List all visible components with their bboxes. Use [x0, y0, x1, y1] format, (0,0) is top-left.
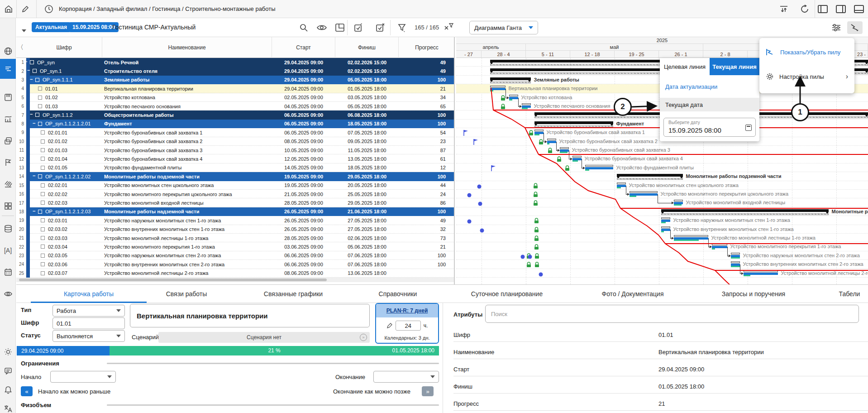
- gantt-summary-bar[interactable]: [490, 77, 530, 80]
- asap-button[interactable]: «: [21, 386, 33, 396]
- row-checkbox[interactable]: [41, 271, 45, 275]
- gantt-task-bar[interactable]: [585, 165, 613, 167]
- gantt-task-bar[interactable]: [547, 139, 556, 140]
- row-checkbox[interactable]: [41, 192, 45, 196]
- uncheck-all-icon[interactable]: [374, 22, 387, 34]
- row-checkbox[interactable]: [38, 174, 42, 178]
- tab-target-line[interactable]: Целевая линия: [660, 58, 710, 75]
- sidebar-calendar-icon[interactable]: [0, 265, 16, 279]
- table-row[interactable]: 2102.03.03Устройство монолитной лестницы…: [16, 234, 455, 242]
- row-checkbox[interactable]: [38, 210, 42, 214]
- collapse-minus[interactable]: −: [33, 208, 35, 214]
- attributes-search-input[interactable]: Поиск: [485, 305, 859, 323]
- table-row[interactable]: 401.01Вертикальная планировка территории…: [16, 84, 455, 93]
- sidebar-hatching-lines-icon[interactable]: [0, 178, 16, 191]
- sidebar-portfolios-icon[interactable]: [0, 134, 16, 148]
- table-row[interactable]: 2002.03.02Устройство внутренних монолитн…: [16, 225, 455, 234]
- table-row[interactable]: 902.01.01Устройство буронабивных свай за…: [16, 128, 455, 137]
- table-row[interactable]: 18−OP_syn.1.1.2.1.2.03Монолитные работы …: [16, 207, 455, 216]
- collapse-minus[interactable]: −: [33, 120, 35, 126]
- column-settings-icon[interactable]: [333, 22, 347, 34]
- collapse-minus[interactable]: −: [24, 59, 27, 64]
- gantt-settings-sliders-icon[interactable]: [829, 21, 844, 34]
- gantt-task-bar[interactable]: [490, 86, 505, 87]
- row-checkbox[interactable]: [38, 104, 42, 108]
- planr-badge-link[interactable]: PLAN-R: 7 дней: [386, 307, 428, 314]
- row-checkbox[interactable]: [41, 139, 45, 144]
- sidebar-notifications-bell-icon[interactable]: [0, 383, 16, 397]
- row-checkbox[interactable]: [35, 113, 39, 117]
- saw-line-icon[interactable]: [847, 21, 863, 34]
- bottom-tab-1[interactable]: Карточка работы: [39, 285, 138, 303]
- col-header-name[interactable]: Наименование: [102, 37, 272, 58]
- sidebar-attributes-brackets-icon[interactable]: [A]: [0, 244, 16, 257]
- row-checkbox[interactable]: [41, 262, 45, 266]
- table-row[interactable]: 1302.01.05Устройство фундаментной плиты1…: [16, 163, 455, 172]
- menu-item-toggle-saw[interactable]: Показать/Убрать пилу: [759, 42, 854, 62]
- filter-funnel-icon[interactable]: [396, 22, 409, 34]
- collapse-minus[interactable]: −: [30, 77, 33, 82]
- row-checkbox[interactable]: [33, 69, 37, 73]
- gantt-task-bar[interactable]: [534, 130, 543, 131]
- constraint-start-select[interactable]: [50, 371, 116, 383]
- sidebar-flag-icon[interactable]: [0, 156, 16, 169]
- table-row[interactable]: 601.03Устройство песчаного основания04.0…: [16, 102, 455, 110]
- gantt-task-bar[interactable]: [572, 156, 581, 158]
- table-row[interactable]: 2402.03.06Устройство внутренних монолитн…: [16, 260, 455, 269]
- constraint-finish-select[interactable]: [373, 371, 439, 383]
- sidebar-gantt-view-icon-selected[interactable]: [0, 59, 16, 79]
- bottom-tab-2[interactable]: Связи работы: [137, 285, 236, 303]
- table-row[interactable]: 501.02Устройство котлована02.05.2025 09:…: [16, 93, 455, 102]
- menu-item-actualization-date[interactable]: Дата актуализации: [660, 80, 759, 93]
- sidebar-chat-icon[interactable]: [0, 364, 16, 378]
- schedule-dropdown-caret[interactable]: [22, 26, 26, 34]
- scenario-open-icon[interactable]: »: [360, 334, 367, 341]
- table-row[interactable]: 14−OP_syn.1.1.2.1.2.02Монолитные работы …: [16, 172, 455, 181]
- table-row[interactable]: 1702.02.03Устройство монолитной входной …: [16, 198, 455, 207]
- col-header-code[interactable]: Шифр: [26, 37, 102, 58]
- gantt-summary-bar[interactable]: [534, 121, 613, 124]
- gantt-task-bar[interactable]: [560, 147, 568, 149]
- gantt-task-bar[interactable]: [712, 244, 727, 245]
- view-select[interactable]: Диаграмма Ганта: [469, 21, 538, 34]
- row-checkbox[interactable]: [41, 130, 45, 134]
- gantt-task-bar[interactable]: [731, 253, 739, 255]
- gantt-task-bar[interactable]: [661, 217, 670, 219]
- home-icon[interactable]: [3, 4, 14, 14]
- table-row[interactable]: 2302.03.05Устройство наружных монолитных…: [16, 251, 455, 260]
- bottom-tab-6[interactable]: Фото / Документация: [583, 285, 682, 303]
- row-checkbox[interactable]: [41, 227, 45, 231]
- table-row[interactable]: 1202.01.04Устройство буронабивных свай з…: [16, 154, 455, 163]
- menu-item-current-date[interactable]: Текущая дата: [660, 98, 759, 111]
- layout-right-panel-icon[interactable]: [835, 4, 846, 14]
- row-checkbox[interactable]: [41, 183, 45, 187]
- gantt-summary-bar[interactable]: [661, 209, 828, 212]
- calendar-icon[interactable]: [745, 125, 752, 131]
- alap-button[interactable]: »: [422, 386, 434, 396]
- bottom-tab-4[interactable]: Справочники: [348, 285, 448, 303]
- search-icon[interactable]: [297, 22, 310, 34]
- current-date-field[interactable]: Выберите дату 15.09.2025 08:00: [663, 118, 756, 137]
- menu-item-saw-settings[interactable]: Настройка пилы ›: [759, 66, 854, 87]
- row-checkbox[interactable]: [38, 122, 42, 126]
- row-checkbox[interactable]: [41, 201, 45, 205]
- row-checkbox[interactable]: [41, 254, 45, 258]
- table-row[interactable]: 7−OP_syn.1.1.2Общестроительные работы06.…: [16, 110, 455, 119]
- collapse-columns-chevron[interactable]: 〈: [17, 43, 24, 52]
- table-row[interactable]: 2202.03.04Устройство монолитного перекры…: [16, 242, 455, 251]
- row-checkbox[interactable]: [41, 218, 45, 222]
- sidebar-language-icon[interactable]: [0, 402, 16, 413]
- collapse-minus[interactable]: −: [30, 111, 33, 117]
- collapse-minus[interactable]: −: [27, 67, 30, 73]
- sidebar-theme-sun-icon[interactable]: [0, 345, 16, 359]
- table-row[interactable]: 1902.03.01Устройство наружных монолитных…: [16, 216, 455, 225]
- fit-columns-icon[interactable]: [778, 4, 789, 14]
- edit-pencil-icon[interactable]: [20, 4, 31, 14]
- row-checkbox[interactable]: [38, 96, 42, 100]
- sidebar-dashboard-grid-icon[interactable]: [0, 199, 16, 213]
- gantt-task-bar[interactable]: [661, 226, 670, 228]
- table-row[interactable]: 1002.01.02Устройство буронабивных свай з…: [16, 137, 455, 146]
- table-row[interactable]: 1102.01.03Устройство буронабивных свай з…: [16, 146, 455, 154]
- sidebar-histogram-chart-icon[interactable]: [0, 112, 16, 126]
- table-horizontal-scrollbar[interactable]: [16, 278, 455, 282]
